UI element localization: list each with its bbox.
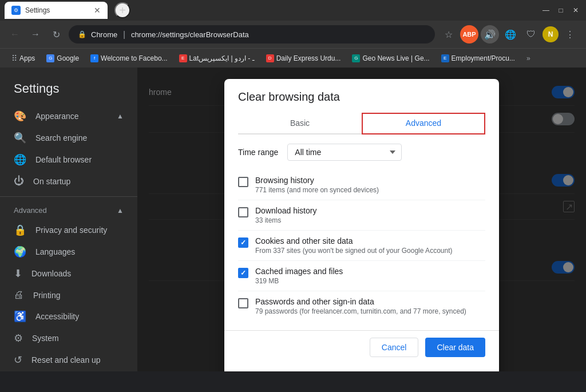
time-range-label: Time range bbox=[238, 148, 278, 157]
sync-info: 🌿 Nafasat Sabeeh Syncing to nafasatsabee… bbox=[224, 366, 499, 371]
sidebar-item-reset-label: Reset and clean up bbox=[31, 355, 101, 365]
minimize-button[interactable]: — bbox=[540, 5, 552, 16]
sidebar-item-downloads[interactable]: ⬇ Downloads bbox=[0, 263, 137, 284]
sidebar-item-privacy[interactable]: 🔒 Privacy and security bbox=[0, 219, 137, 241]
new-tab-button[interactable]: + bbox=[114, 2, 130, 18]
tab-advanced[interactable]: Advanced bbox=[362, 113, 485, 134]
cookies-sublabel: From 337 sites (you won't be signed out … bbox=[255, 247, 485, 255]
default-browser-icon: 🌐 bbox=[14, 153, 26, 166]
main-content: Settings 🎨 Appearance ▲ 🔍 Search engine … bbox=[0, 68, 586, 371]
sidebar-item-languages-label: Languages bbox=[35, 247, 75, 256]
geo-news-favicon: G bbox=[352, 54, 360, 62]
google-favicon: G bbox=[46, 54, 54, 62]
refresh-button[interactable]: ↻ bbox=[48, 26, 64, 42]
cached-label: Cached images and files bbox=[255, 267, 485, 276]
extension-icon-1[interactable]: 🔊 bbox=[481, 25, 499, 43]
abp-icon[interactable]: ABP bbox=[460, 25, 478, 43]
languages-icon: 🌍 bbox=[14, 246, 26, 258]
forward-button[interactable]: → bbox=[27, 26, 43, 42]
bookmark-express-label: Latـ - اردو | ایکسپریس bbox=[189, 54, 255, 62]
checkbox-list: Browsing history 771 items (and more on … bbox=[238, 170, 485, 321]
download-history-text: Download history 33 items bbox=[255, 206, 485, 224]
passwords-checkbox[interactable] bbox=[238, 298, 248, 308]
checkbox-item-browsing-history: Browsing history 771 items (and more on … bbox=[238, 170, 485, 200]
sidebar-item-reset[interactable]: ↺ Reset and clean up bbox=[0, 349, 137, 371]
bookmark-geo-news[interactable]: G Geo News Live | Ge... bbox=[347, 52, 434, 65]
maximize-button[interactable]: □ bbox=[555, 5, 567, 16]
active-tab[interactable]: ⚙ Settings ✕ bbox=[5, 2, 108, 19]
sidebar-item-accessibility-label: Accessibility bbox=[35, 312, 79, 321]
apps-bookmark[interactable]: ⠿ Apps bbox=[7, 52, 39, 65]
sidebar-item-default-browser[interactable]: 🌐 Default browser bbox=[0, 149, 137, 171]
cached-sublabel: 319 MB bbox=[255, 277, 485, 285]
url-text: chrome://settings/clearBrowserData bbox=[131, 30, 249, 39]
sidebar-item-search[interactable]: 🔍 Search engine bbox=[0, 127, 137, 149]
menu-button[interactable]: ⋮ bbox=[561, 25, 579, 43]
bookmark-daily-express[interactable]: D Daily Express Urdu... bbox=[262, 52, 346, 65]
tab-favicon: ⚙ bbox=[11, 6, 21, 15]
time-range-select-wrapper: All time Last hour Last 24 hours Last 7 … bbox=[287, 144, 485, 161]
window-controls: — □ ✕ bbox=[540, 5, 581, 16]
sidebar-item-languages[interactable]: 🌍 Languages bbox=[0, 241, 137, 263]
advanced-chevron-icon: ▲ bbox=[117, 207, 124, 215]
sidebar-item-startup[interactable]: ⏻ On startup bbox=[0, 171, 137, 192]
bookmark-star-icon[interactable]: ☆ bbox=[440, 25, 458, 43]
sidebar-item-accessibility[interactable]: ♿ Accessibility bbox=[0, 306, 137, 327]
back-button[interactable]: ← bbox=[7, 26, 23, 42]
footer-buttons: Cancel Clear data bbox=[238, 338, 485, 357]
checkbox-item-cookies: Cookies and other site data From 337 sit… bbox=[238, 231, 485, 261]
passwords-sublabel: 79 passwords (for freelancer.com, turnit… bbox=[255, 307, 485, 315]
downloads-icon: ⬇ bbox=[14, 267, 22, 280]
cookies-checkbox[interactable] bbox=[238, 237, 248, 248]
tab-title: Settings bbox=[25, 6, 89, 14]
sidebar-item-search-label: Search engine bbox=[35, 133, 87, 142]
url-separator: | bbox=[123, 30, 125, 39]
advanced-section-label: Advanced bbox=[14, 206, 47, 215]
sidebar-item-appearance[interactable]: 🎨 Appearance ▲ bbox=[0, 105, 137, 127]
lock-icon: 🔒 bbox=[78, 30, 86, 38]
cookies-text: Cookies and other site data From 337 sit… bbox=[255, 236, 485, 255]
browsing-history-text: Browsing history 771 items (and more on … bbox=[255, 176, 485, 194]
time-range-row: Time range All time Last hour Last 24 ho… bbox=[238, 144, 485, 161]
advanced-section-header[interactable]: Advanced ▲ bbox=[0, 201, 137, 219]
tab-basic[interactable]: Basic bbox=[238, 113, 362, 134]
bookmark-google[interactable]: G Google bbox=[42, 52, 84, 65]
extension-icon-3[interactable]: 🛡 bbox=[522, 25, 540, 43]
profile-avatar[interactable]: N bbox=[543, 26, 559, 42]
modal-header: Clear browsing data Basic Advanced bbox=[224, 79, 499, 134]
accessibility-icon: ♿ bbox=[14, 310, 26, 323]
browsing-history-sublabel: 771 items (and more on synced devices) bbox=[255, 186, 485, 194]
passwords-text: Passwords and other sign-in data 79 pass… bbox=[255, 297, 485, 315]
bookmark-express-urdu[interactable]: E Latـ - اردو | ایکسپریس bbox=[175, 52, 259, 65]
apps-label: Apps bbox=[19, 54, 35, 62]
printing-icon: 🖨 bbox=[14, 289, 24, 301]
daily-express-favicon: D bbox=[266, 54, 274, 62]
browsing-history-checkbox[interactable] bbox=[238, 177, 248, 187]
modal-body: Time range All time Last hour Last 24 ho… bbox=[224, 134, 499, 330]
download-history-label: Download history bbox=[255, 206, 485, 215]
close-button[interactable]: ✕ bbox=[570, 5, 581, 16]
dialog-title: Clear browsing data bbox=[238, 90, 485, 104]
settings-sidebar: Settings 🎨 Appearance ▲ 🔍 Search engine … bbox=[0, 68, 137, 371]
bookmark-employment[interactable]: E Employment/Procu... bbox=[437, 52, 520, 65]
extension-icon-2[interactable]: 🌐 bbox=[501, 25, 520, 43]
url-bar[interactable]: 🔒 Chrome | chrome://settings/clearBrowse… bbox=[69, 25, 435, 43]
checkbox-item-download-history: Download history 33 items bbox=[238, 200, 485, 231]
more-bookmarks[interactable]: » bbox=[522, 52, 535, 65]
tab-close-button[interactable]: ✕ bbox=[94, 6, 101, 15]
address-bar: ← → ↻ 🔒 Chrome | chrome://settings/clear… bbox=[0, 21, 586, 48]
cached-text: Cached images and files 319 MB bbox=[255, 267, 485, 285]
page-area: hrome ↗ bbox=[137, 68, 586, 371]
clear-data-button[interactable]: Clear data bbox=[425, 338, 485, 357]
dialog-tabs: Basic Advanced bbox=[238, 113, 485, 134]
sidebar-item-system[interactable]: ⚙ System bbox=[0, 327, 137, 349]
url-prefix: Chrome bbox=[91, 30, 117, 39]
cancel-button[interactable]: Cancel bbox=[370, 338, 419, 357]
time-range-select[interactable]: All time Last hour Last 24 hours Last 7 … bbox=[287, 144, 402, 161]
sidebar-item-printing-label: Printing bbox=[33, 291, 60, 300]
download-history-checkbox[interactable] bbox=[238, 207, 248, 217]
cached-checkbox[interactable] bbox=[238, 268, 248, 278]
sidebar-item-printing[interactable]: 🖨 Printing bbox=[0, 284, 137, 306]
bookmark-facebook[interactable]: f Welcome to Facebo... bbox=[86, 52, 172, 65]
bookmark-google-label: Google bbox=[57, 54, 79, 62]
